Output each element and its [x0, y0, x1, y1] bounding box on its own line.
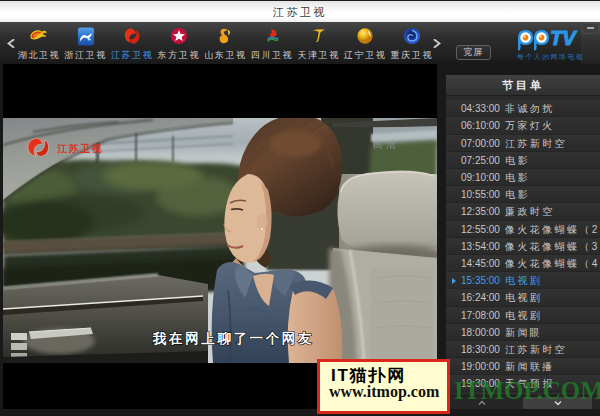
svg-text:江苏卫视: 江苏卫视	[56, 143, 103, 154]
svg-text:我在网上聊了一个网友: 我在网上聊了一个网友	[152, 331, 314, 346]
svg-text:TV: TV	[550, 27, 577, 49]
svg-text:高清: 高清	[373, 139, 399, 150]
svg-text:每个人的网络电视: 每个人的网络电视	[517, 53, 584, 61]
